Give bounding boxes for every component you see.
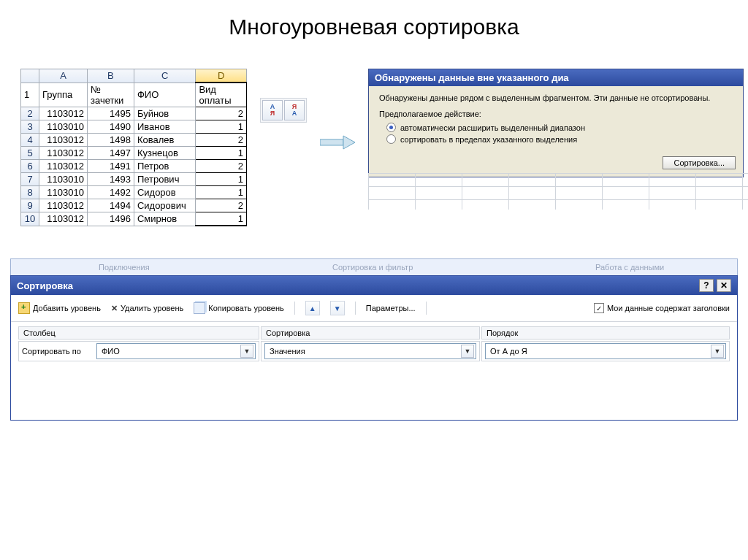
move-up-button[interactable]: ▲	[305, 301, 320, 315]
cell[interactable]: 2	[196, 107, 247, 120]
row-head[interactable]: 9	[21, 199, 39, 212]
dialog-title: Обнаружены данные вне указанного диа	[369, 69, 743, 86]
cell[interactable]: 1103010	[39, 173, 88, 186]
svg-marker-1	[343, 136, 355, 149]
delete-level-button[interactable]: ✕ Удалить уровень	[111, 304, 183, 313]
cell[interactable]: Кузнецов	[134, 147, 196, 160]
cell[interactable]: 1103012	[39, 107, 88, 120]
cell[interactable]: 1497	[87, 147, 134, 160]
action-label: Предполагаемое действие:	[379, 110, 733, 118]
corner-cell[interactable]	[21, 69, 39, 83]
combo-value: ФИО	[102, 347, 120, 356]
row-head[interactable]: 4	[21, 134, 39, 147]
ribbon-label: Работа с данными	[595, 263, 664, 272]
row-head[interactable]: 7	[21, 173, 39, 186]
cell[interactable]: Буйнов	[134, 107, 196, 120]
add-level-button[interactable]: + Добавить уровень	[18, 302, 101, 314]
cell[interactable]: 1490	[87, 120, 134, 134]
cell[interactable]: Ковалев	[134, 134, 196, 147]
cell[interactable]: 2	[196, 199, 247, 212]
separator	[426, 302, 427, 315]
cell[interactable]: Группа	[39, 83, 88, 107]
radio-icon	[386, 134, 396, 144]
cell[interactable]: 1	[196, 147, 247, 160]
cell[interactable]: № зачетки	[87, 83, 134, 107]
cell[interactable]: Сидоров	[134, 186, 196, 199]
cell[interactable]: 1	[196, 173, 247, 186]
headers-checkbox[interactable]: ✓ Мои данные содержат заголовки	[594, 303, 730, 313]
cell[interactable]: 1103012	[39, 147, 88, 160]
cell[interactable]: 1	[196, 120, 247, 134]
copy-level-button[interactable]: Копировать уровень	[194, 302, 284, 314]
sort-by-label: Сортировать по	[22, 347, 92, 356]
ribbon-label: Подключения	[99, 263, 150, 272]
radio-label: автоматически расширить выделенный диапа…	[400, 123, 585, 132]
cell[interactable]: Вид оплаты	[196, 83, 247, 107]
warning-text: Обнаружены данные рядом с выделенным фра…	[379, 93, 733, 102]
arrow-right-icon	[320, 134, 355, 150]
grid-head-order: Порядок	[481, 326, 730, 340]
row-head[interactable]: 8	[21, 186, 39, 199]
cell[interactable]: 1	[196, 186, 247, 199]
sort-order-combo[interactable]: От А до Я ▼	[485, 343, 726, 359]
cell[interactable]: 1103012	[39, 212, 88, 226]
cell[interactable]: 1491	[87, 160, 134, 173]
row-head[interactable]: 2	[21, 107, 39, 120]
radio-expand[interactable]: автоматически расширить выделенный диапа…	[386, 123, 733, 132]
add-icon: +	[18, 302, 30, 314]
sort-asc-button[interactable]: А Я	[262, 100, 283, 120]
sort-button[interactable]: Сортировка...	[663, 156, 736, 169]
help-icon[interactable]: ?	[699, 279, 714, 292]
move-down-button[interactable]: ▼	[330, 301, 345, 315]
cell[interactable]: Петрович	[134, 173, 196, 186]
col-head-a[interactable]: A	[39, 69, 88, 83]
cell[interactable]: Смирнов	[134, 212, 196, 226]
cell[interactable]: Петров	[134, 160, 196, 173]
row-head[interactable]: 1	[21, 83, 39, 107]
cell[interactable]: 1103012	[39, 134, 88, 147]
radio-within[interactable]: сортировать в пределах указанного выделе…	[386, 134, 733, 144]
cell[interactable]: 1492	[87, 186, 134, 199]
page-title: Многоуровневая сортировка	[0, 15, 748, 39]
button-label: Удалить уровень	[121, 304, 183, 312]
ribbon-strip: Подключения Сортировка и фильтр Работа с…	[10, 258, 738, 275]
col-head-c[interactable]: C	[134, 69, 196, 83]
cell[interactable]: 2	[196, 160, 247, 173]
cell[interactable]: Иванов	[134, 120, 196, 134]
row-head[interactable]: 6	[21, 160, 39, 173]
cell[interactable]: 1498	[87, 134, 134, 147]
row-head[interactable]: 10	[21, 212, 39, 226]
cell[interactable]: 1493	[87, 173, 134, 186]
cell[interactable]: 1494	[87, 199, 134, 212]
cell[interactable]: 1103010	[39, 120, 88, 134]
close-icon[interactable]: ✕	[717, 279, 731, 292]
col-head-d[interactable]: D	[196, 69, 247, 83]
cell[interactable]: 1495	[87, 107, 134, 120]
copy-icon	[194, 302, 205, 314]
cell[interactable]: Сидорович	[134, 199, 196, 212]
cell[interactable]: 1	[196, 212, 247, 226]
button-label: Добавить уровень	[33, 304, 101, 312]
cell[interactable]: 1496	[87, 212, 134, 226]
cell[interactable]: 2	[196, 134, 247, 147]
warning-dialog: Обнаружены данные вне указанного диа Обн…	[368, 69, 744, 177]
svg-rect-0	[320, 139, 343, 145]
row-head[interactable]: 3	[21, 120, 39, 134]
col-head-b[interactable]: B	[87, 69, 134, 83]
sort-column-combo[interactable]: ФИО ▼	[96, 343, 256, 359]
cell[interactable]: 1103012	[39, 199, 88, 212]
sort-on-combo[interactable]: Значения ▼	[264, 343, 476, 359]
chevron-down-icon: ▼	[461, 345, 474, 358]
checkbox-label: Мои данные содержат заголовки	[607, 304, 730, 312]
sort-desc-button[interactable]: Я А	[284, 100, 305, 120]
cell[interactable]: 1103010	[39, 186, 88, 199]
cell[interactable]: 1103012	[39, 160, 88, 173]
separator	[355, 302, 356, 315]
params-button[interactable]: Параметры...	[366, 304, 416, 312]
row-head[interactable]: 5	[21, 147, 39, 160]
combo-value: Значения	[270, 347, 305, 356]
separator	[294, 302, 295, 315]
radio-label: сортировать в пределах указанного выделе…	[400, 135, 577, 144]
delete-icon: ✕	[111, 304, 118, 313]
cell[interactable]: ФИО	[134, 83, 196, 107]
